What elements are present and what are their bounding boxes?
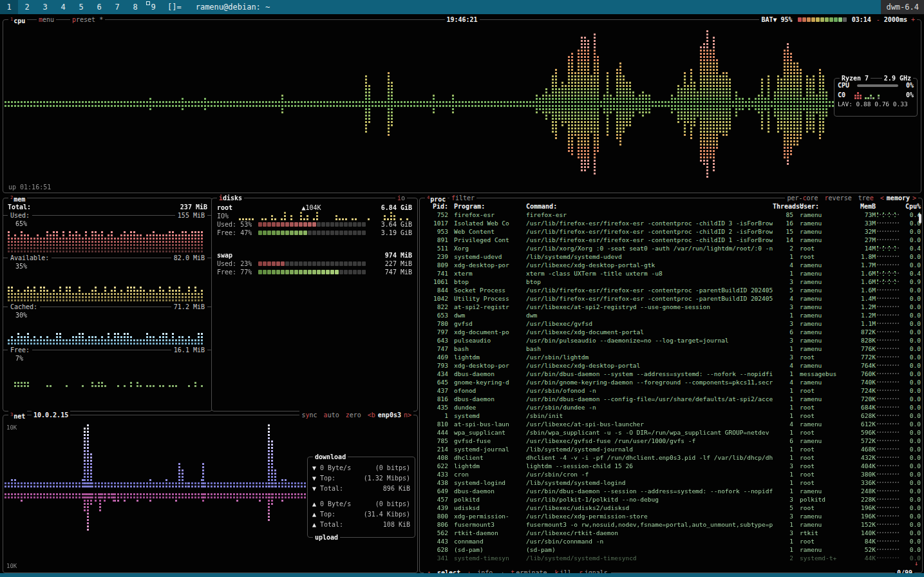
dwm-tag-9[interactable]: 9 bbox=[144, 0, 162, 14]
column-threads[interactable]: Threads: bbox=[773, 202, 793, 211]
process-row[interactable]: 816dbus-daemon/usr/bin/dbus-daemon --con… bbox=[420, 395, 922, 403]
process-cpu-graph bbox=[877, 330, 899, 334]
download-top-label: Top: bbox=[320, 475, 335, 482]
process-row[interactable]: 752firefox-esrfirefox-esr85ramenu73M0.4 bbox=[420, 211, 922, 219]
disk-root-used-meter bbox=[258, 222, 372, 227]
process-row[interactable]: 780gvfsd/usr/libexec/gvfsd3ramenu1.1M0.0 bbox=[420, 319, 922, 328]
battery-meter bbox=[798, 17, 847, 22]
process-cpu-graph bbox=[877, 238, 899, 242]
process-row[interactable]: 653dwmdwm1ramenu1.2M0.0 bbox=[420, 311, 922, 319]
process-row[interactable]: 785gvfsd-fuse/usr/libexec/gvfsd-fuse /ru… bbox=[420, 437, 922, 445]
process-row[interactable]: 443connmand/usr/sbin/connmand -n1root84K… bbox=[420, 537, 922, 545]
process-row[interactable]: 1systemd/sbin/init1root628K0.0 bbox=[420, 411, 922, 420]
scroll-down-icon[interactable]: ↓ bbox=[914, 560, 918, 567]
filter-button[interactable]: filter bbox=[449, 194, 476, 202]
process-row[interactable]: 747bashbash1ramenu776K0.0 bbox=[420, 345, 922, 353]
process-cpu-graph bbox=[877, 271, 899, 276]
process-row[interactable]: 239systemd-udevd/lib/systemd/systemd-ude… bbox=[420, 252, 922, 261]
menu-button[interactable]: menu bbox=[37, 15, 56, 24]
net-scale-bottom: 10K bbox=[6, 563, 17, 569]
process-row[interactable]: 438systemd-logind/lib/systemd/systemd-lo… bbox=[420, 478, 922, 487]
scrollbar-thumb[interactable] bbox=[919, 214, 921, 223]
refresh-decrease-button[interactable]: - bbox=[876, 16, 880, 23]
process-row[interactable]: 806fusermount3fusermount3 -o rw,nosuid,n… bbox=[420, 520, 922, 529]
column-program[interactable]: Program: bbox=[454, 202, 523, 211]
process-cpu-graph bbox=[877, 313, 899, 317]
process-row[interactable]: 1061btopbtop3ramenu1.6M0.9 bbox=[420, 278, 922, 286]
mem-available-value: 82.0 MiB bbox=[171, 254, 207, 262]
dwm-tag-5[interactable]: 5 bbox=[72, 0, 90, 14]
dwm-tag-2[interactable]: 2 bbox=[18, 0, 36, 14]
refresh-increase-button[interactable]: + bbox=[911, 16, 915, 23]
process-row[interactable]: 622lightdmlightdm --session-child 15 263… bbox=[420, 462, 922, 470]
core0-label: C0 bbox=[838, 91, 854, 99]
cpu-model: Ryzen 7 bbox=[840, 74, 871, 82]
column-memb[interactable]: MemB bbox=[847, 202, 876, 211]
mem-free-label: Free: bbox=[8, 346, 32, 354]
process-row[interactable]: 437ofonod/usr/sbin/ofonod -n1root724K0.0 bbox=[420, 386, 922, 395]
download-title: download bbox=[313, 453, 348, 461]
process-row[interactable]: 649dbus-daemon/usr/bin/dbus-daemon --ses… bbox=[420, 487, 922, 495]
mem-free-row: Free: 16.1 MiB bbox=[8, 346, 207, 354]
cpu-info-subpanel: Ryzen 7 2.9 GHz CPU 0% C0 0% LAV: 0.88 0… bbox=[834, 78, 918, 117]
process-cpu-graph bbox=[877, 539, 899, 544]
process-cpu-graph bbox=[877, 480, 899, 485]
process-row[interactable]: 628(sd-pam)(sd-pam)1ramenu52K0.0 bbox=[420, 545, 922, 554]
process-row[interactable]: 797xdg-document-po/usr/libexec/xdg-docum… bbox=[420, 328, 922, 336]
dwm-tag-3[interactable]: 3 bbox=[36, 0, 54, 14]
disk-swap-name: swap bbox=[217, 251, 256, 260]
upload-total-label: Total: bbox=[320, 521, 343, 528]
column-command[interactable]: Command: bbox=[526, 202, 773, 211]
process-row[interactable]: 810at-spi-bus-laun/usr/libexec/at-spi-bu… bbox=[420, 420, 922, 428]
process-row[interactable]: 444wpa_supplicant/sbin/wpa_supplicant -u… bbox=[420, 428, 922, 437]
reverse-button[interactable]: reverse bbox=[825, 194, 852, 202]
process-row[interactable]: 439udisksd/usr/libexec/udisks2/udisksd5r… bbox=[420, 504, 922, 512]
process-cpu-graph bbox=[877, 213, 899, 217]
process-row[interactable]: 435dundee/usr/sbin/dundee -n1root684K0.0 bbox=[420, 403, 922, 411]
process-row[interactable]: 1042Utility Process/usr/lib/firefox-esr/… bbox=[420, 294, 922, 303]
dwm-tag-8[interactable]: 8 bbox=[126, 0, 144, 14]
process-row[interactable]: 562rtkit-daemon/usr/libexec/rtkit-daemon… bbox=[420, 529, 922, 537]
process-row[interactable]: 800xdg-permission-/usr/libexec/xdg-permi… bbox=[420, 512, 922, 520]
disk-root-free-meter bbox=[258, 231, 372, 235]
process-row[interactable]: 793xdg-desktop-por/usr/libexec/xdg-deskt… bbox=[420, 361, 922, 370]
process-row[interactable]: 1017Isolated Web Co/usr/lib/firefox-esr/… bbox=[420, 219, 922, 227]
process-row[interactable]: 511Xorg/usr/lib/xorg/Xorg :0 -seat seat0… bbox=[420, 244, 922, 252]
process-row[interactable]: 822at-spi2-registr/usr/libexec/at-spi2-r… bbox=[420, 303, 922, 311]
zero-button[interactable]: zero bbox=[346, 411, 361, 419]
dwm-tag-6[interactable]: 6 bbox=[90, 0, 108, 14]
process-row[interactable]: 469lightdm/usr/sbin/lightdm3root772K0.0 bbox=[420, 353, 922, 361]
cpu-panel: 1cpu menu preset * 19:46:21 BAT▼ 95% 03:… bbox=[3, 19, 921, 193]
process-row[interactable]: 408dhclientdhclient -4 -v -i -pf /run/dh… bbox=[420, 453, 922, 462]
dwm-layout-symbol[interactable]: []= bbox=[162, 0, 187, 14]
column-user[interactable]: User: bbox=[800, 202, 847, 211]
process-row[interactable]: 214systemd-journal/lib/systemd/systemd-j… bbox=[420, 445, 922, 453]
upload-title: upload bbox=[313, 533, 340, 542]
preset-button[interactable]: preset * bbox=[70, 15, 105, 24]
tree-button[interactable]: tree bbox=[858, 194, 874, 202]
process-row[interactable]: 457polkitd/usr/lib/polkit-1/polkitd --no… bbox=[420, 495, 922, 504]
dwm-tag-4[interactable]: 4 bbox=[54, 0, 72, 14]
sort-selector[interactable]: <memory> bbox=[880, 194, 916, 202]
auto-button[interactable]: auto bbox=[324, 411, 339, 419]
screen: 123456789 []= ramenu@debian: ~ dwm-6.4 1… bbox=[0, 0, 924, 577]
mem-cached-label: Cached: bbox=[8, 303, 40, 311]
process-cpu-graph bbox=[877, 388, 899, 393]
process-row[interactable]: 953Web Content/usr/lib/firefox-esr/firef… bbox=[420, 227, 922, 236]
column-cpu[interactable]: Cpu% ↑ bbox=[900, 202, 921, 211]
process-row[interactable]: 809xdg-desktop-por/usr/libexec/xdg-deskt… bbox=[420, 261, 922, 269]
dwm-tag-1[interactable]: 1 bbox=[0, 0, 18, 14]
interface-switcher[interactable]: <benp0s3n> bbox=[368, 411, 411, 419]
sync-button[interactable]: sync bbox=[301, 411, 317, 419]
process-row[interactable]: 741xtermxterm -class UXTerm -title uxter… bbox=[420, 269, 922, 278]
dwm-tag-7[interactable]: 7 bbox=[108, 0, 126, 14]
process-row[interactable]: 891Privileged Cont/usr/lib/firefox-esr/f… bbox=[420, 236, 922, 244]
per-core-button[interactable]: per-core bbox=[787, 194, 818, 202]
process-row[interactable]: 341systemd-timesyn/lib/systemd/systemd-t… bbox=[420, 554, 922, 562]
process-row[interactable]: 433cron/usr/sbin/cron -f1root380K0.0 bbox=[420, 470, 922, 478]
process-cpu-graph bbox=[877, 489, 899, 493]
process-row[interactable]: 434dbus-daemon/usr/bin/dbus-daemon --sys… bbox=[420, 370, 922, 378]
process-row[interactable]: 844Socket Process/usr/lib/firefox-esr/fi… bbox=[420, 286, 922, 294]
process-row[interactable]: 645gnome-keyring-d/usr/bin/gnome-keyring… bbox=[420, 378, 922, 386]
process-row[interactable]: 643pulseaudio/usr/bin/pulseaudio --daemo… bbox=[420, 336, 922, 345]
